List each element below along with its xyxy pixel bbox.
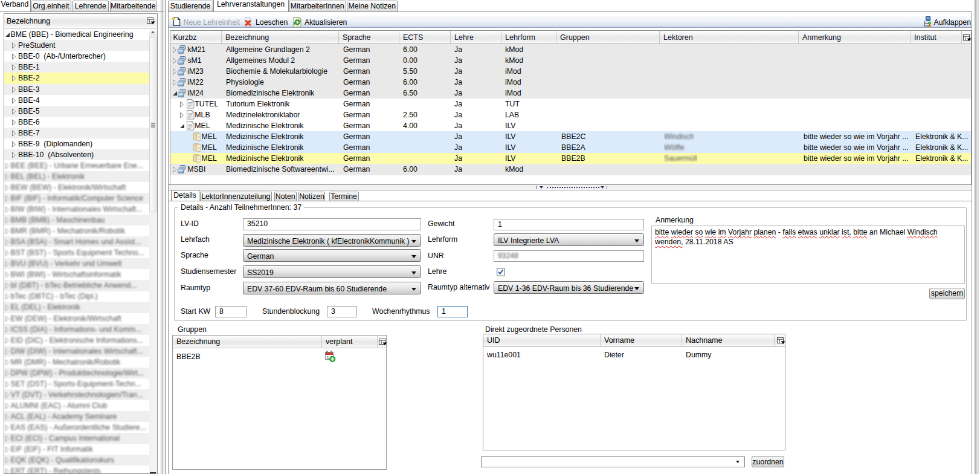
svg-text:1: 1	[327, 354, 329, 360]
